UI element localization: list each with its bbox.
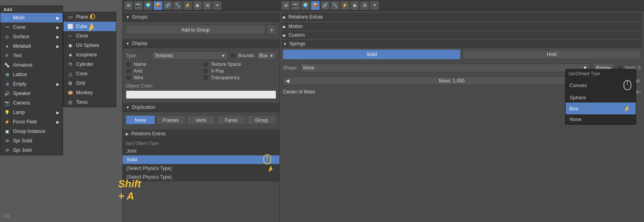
shape-box[interactable]: Box [566, 103, 636, 114]
physics-item-joint[interactable]: Joint [123, 147, 279, 155]
submenu-plane-label: Plane [76, 14, 88, 20]
name-checkbox[interactable] [126, 62, 131, 67]
menu-item-armature[interactable]: 🦴 Armature [0, 60, 63, 70]
wire-checkbox[interactable] [126, 75, 131, 80]
object-color-swatch[interactable] [126, 90, 276, 99]
circle-icon: ○ [67, 32, 74, 39]
right-toolbar-icon-10[interactable]: ✦ [370, 1, 379, 10]
dup-tab-faces[interactable]: Faces [216, 115, 246, 125]
dup-tab-none[interactable]: None [126, 115, 155, 125]
groups-section-body: Add to Group + [123, 22, 279, 39]
relations-triangle-icon: ▶ [126, 132, 129, 136]
physics-item-select-1[interactable]: (Select Physics Type) [123, 164, 279, 173]
solid-btn[interactable]: Solid [283, 50, 460, 59]
cube-icon: ⬜ [67, 23, 74, 30]
xray-checkbox[interactable] [203, 68, 208, 74]
menu-item-mesh-label: Mesh [13, 15, 24, 21]
shape-none[interactable]: None [566, 114, 636, 124]
toolbar-icon-10[interactable]: ✦ [213, 1, 221, 10]
right-toolbar-icon-5[interactable]: 🔗 [321, 1, 329, 10]
display-section-body: Type: Textured ▼ Bounds Box ▼ Name [123, 49, 279, 103]
submenu-cube-label: Cube [76, 24, 87, 29]
right-toolbar-icon-6[interactable]: 🔧 [331, 1, 339, 10]
shape-mouse-icon [623, 80, 632, 91]
menu-item-metaball[interactable]: ● Metaball ▶ [0, 41, 63, 51]
menu-item-camera[interactable]: 📷 Camera [0, 98, 63, 108]
motion-row[interactable]: ▶ Motion [281, 22, 642, 30]
toolbar-icon-4[interactable]: 📦 [154, 1, 162, 10]
submenu-uv-sphere[interactable]: ◉ UV Sphere [63, 41, 116, 50]
menu-item-force-field[interactable]: ⚡ Force Field ▶ [0, 117, 63, 127]
springs-row[interactable]: ▼ Springs [281, 40, 642, 48]
right-toolbar-icon-4[interactable]: 📦 [311, 1, 320, 10]
display-triangle-icon: ▼ [126, 41, 130, 46]
menu-item-lattice[interactable]: ⊞ Lattice [0, 70, 63, 79]
axis-checkbox[interactable] [126, 68, 131, 74]
toolbar-icon-5[interactable]: 🔗 [164, 1, 172, 10]
shape-dropdown[interactable]: None ▼ [300, 63, 590, 72]
menu-item-speaker[interactable]: 🔊 Speaker [0, 89, 63, 98]
physics-item-select-2[interactable]: (Select Physics Type) [123, 173, 279, 181]
display-section-header[interactable]: ▼ Display [123, 39, 279, 48]
menu-item-text[interactable]: F Text [0, 51, 63, 60]
empty-icon: ⊕ [4, 80, 11, 88]
duplication-section-header[interactable]: ▼ Duplication [123, 103, 279, 112]
type-dropdown[interactable]: Textured ▼ [152, 51, 228, 60]
submenu-cylinder[interactable]: ⊓ Cylinder [63, 60, 116, 69]
right-toolbar-icon-8[interactable]: ◉ [350, 1, 359, 10]
shape-sphere[interactable]: Sphere [566, 93, 636, 103]
right-relations-header[interactable]: ▶ Relations Extras [281, 13, 642, 21]
dup-triangle-icon: ▼ [126, 105, 130, 110]
menu-item-group-instance[interactable]: ▣ Group Instance [0, 127, 63, 136]
groups-section-header[interactable]: ▼ Groups [123, 13, 279, 22]
toolbar-icon-6[interactable]: 🔧 [173, 1, 182, 10]
menu-item-mesh[interactable]: ▷ Mesh ▶ [0, 13, 63, 22]
submenu-icosphere[interactable]: ◈ Icosphere [63, 50, 116, 60]
physics-item-solid[interactable]: Solid [123, 155, 279, 164]
toolbar-icon-1[interactable]: ⊞ [124, 1, 133, 10]
menu-item-empty[interactable]: ⊕ Empty ▶ [0, 79, 63, 89]
menu-item-group-instance-label: Group Instance [13, 129, 45, 134]
dup-tab-verts[interactable]: Verts [186, 115, 216, 125]
right-toolbar-icon-7[interactable]: ⚡ [341, 1, 349, 10]
relations-section-header[interactable]: ▶ Relations Extras [123, 129, 279, 138]
toolbar-icon-7[interactable]: ⚡ [183, 1, 192, 10]
middle-content: ▼ Groups Add to Group + ▼ Display Type: … [123, 11, 279, 222]
shape-popup-header: [spr]Shape Type [566, 69, 636, 78]
right-toolbar-icon-2[interactable]: 📷 [291, 1, 300, 10]
menu-item-lamp[interactable]: 💡 Lamp ▶ [0, 108, 63, 117]
relations-extras-label: Relations Extras [131, 131, 166, 136]
middle-panel: ⊞ 📷 🌍 📦 🔗 🔧 ⚡ ◉ ⊞ ✦ ▼ Groups Add to Grou… [122, 0, 280, 222]
menu-item-surface[interactable]: ◎ Surface ▶ [0, 32, 63, 41]
submenu-grid[interactable]: ⊞ Grid [63, 78, 116, 88]
transparency-checkbox[interactable] [203, 75, 208, 80]
submenu-torus[interactable]: ◎ Torus [63, 97, 116, 107]
dup-tab-group[interactable]: Group [247, 115, 276, 125]
menu-item-spr-joint[interactable]: ⟳ Spr Joint [0, 146, 63, 155]
menu-item-spr-solid[interactable]: ⟳ Spr Solid [0, 136, 63, 146]
toolbar-icon-2[interactable]: 📷 [134, 1, 143, 10]
mesh-icon: ▷ [4, 14, 11, 21]
menu-item-curve[interactable]: 〜 Curve ▶ [0, 22, 63, 32]
bounds-checkbox[interactable] [230, 53, 236, 58]
shape-convex[interactable]: Convex [566, 78, 636, 93]
submenu-monkey[interactable]: 🐵 Monkey [63, 88, 116, 97]
right-toolbar-icon-9[interactable]: ⊞ [360, 1, 369, 10]
add-to-group-btn[interactable]: Add to Group [126, 25, 265, 34]
right-toolbar-icon-1[interactable]: ⊞ [281, 1, 290, 10]
submenu-cone[interactable]: △ Cone [63, 69, 116, 78]
right-toolbar-icon-3[interactable]: 🌍 [301, 1, 310, 10]
toolbar-icon-9[interactable]: ⊞ [203, 1, 212, 10]
submenu-plane[interactable]: ▭ Plane [63, 12, 116, 22]
type-value: Textured [154, 53, 173, 58]
texture-space-checkbox[interactable] [203, 62, 208, 67]
toolbar-icon-3[interactable]: 🌍 [144, 1, 153, 10]
dup-tab-frames[interactable]: Frames [156, 115, 186, 125]
bounds-dropdown[interactable]: Box ▼ [257, 51, 276, 60]
hold-btn[interactable]: Hold [463, 50, 641, 59]
toolbar-icon-8[interactable]: ◉ [193, 1, 202, 10]
add-group-plus-btn[interactable]: + [267, 25, 276, 34]
axis-cb-label: Axis [134, 68, 143, 74]
custom-row[interactable]: ▶ Custom [281, 31, 642, 39]
name-cb-label: Name [134, 62, 146, 67]
